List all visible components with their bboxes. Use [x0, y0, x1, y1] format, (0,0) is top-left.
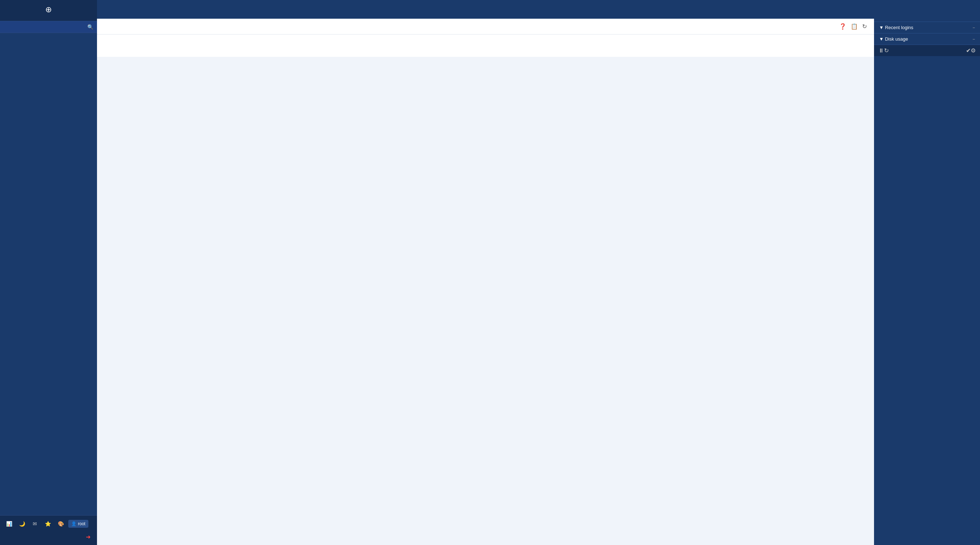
bottom-icon-graph[interactable]: 📊 — [3, 518, 14, 529]
info-table — [97, 45, 874, 57]
disk-usage-header[interactable]: ▼ Disk usage − — [874, 33, 980, 45]
user-icon: 👤 — [71, 521, 76, 526]
recent-logins-header[interactable]: ▼ Recent logins − — [874, 22, 980, 33]
gauges-row — [97, 35, 874, 45]
panel-header-icons: ❓ 📋 ↻ — [839, 23, 867, 30]
bottom-icon-star[interactable]: ⭐ — [42, 518, 53, 529]
username-label: root — [78, 521, 86, 526]
copy-icon[interactable]: 📋 — [851, 23, 858, 30]
refresh-icon[interactable]: ↻ — [862, 23, 867, 30]
recent-logins-toggle[interactable]: − — [972, 25, 975, 30]
bottom-check-icon[interactable]: ✔ — [966, 47, 970, 54]
right-bottom-bar: ⏸ ↻ ✔ ⚙ — [874, 45, 980, 56]
disk-usage-title: ▼ Disk usage — [879, 36, 908, 42]
logout-button[interactable]: ➜ — [83, 531, 94, 542]
bottom-icon-email[interactable]: ✉ — [29, 518, 40, 529]
bottom-play-icon[interactable]: ⏸ — [878, 48, 884, 54]
user-button[interactable]: 👤 root — [68, 520, 88, 528]
webmin-logo-icon: ⊕ — [45, 5, 52, 14]
bottom-icon-moon[interactable]: 🌙 — [16, 518, 27, 529]
sidebar-header: ⊕ — [0, 0, 97, 21]
search-icon: 🔍 — [87, 24, 94, 30]
disk-usage-toggle[interactable]: − — [972, 37, 975, 42]
nav-items — [0, 33, 97, 515]
status-bars — [874, 19, 980, 22]
recent-logins-title: ▼ Recent logins — [879, 25, 913, 30]
search-box[interactable]: 🔍 — [0, 21, 97, 33]
panel-header: ❓ 📋 ↻ — [97, 19, 874, 35]
help-icon[interactable]: ❓ — [839, 23, 846, 30]
sidebar: ⊕ 🔍 📊 🌙 ✉ ⭐ 🎨 👤 root ➜ — [0, 0, 97, 545]
main-panel: ❓ 📋 ↻ — [97, 19, 874, 545]
sidebar-bottom-icons: 📊 🌙 ✉ ⭐ 🎨 👤 root ➜ — [0, 515, 97, 545]
main: ❓ 📋 ↻ ▼ Recent logins − — [97, 0, 980, 545]
bottom-settings-icon[interactable]: ⚙ — [970, 47, 976, 54]
bottom-refresh-icon[interactable]: ↻ — [884, 47, 889, 54]
content: ❓ 📋 ↻ ▼ Recent logins − — [97, 19, 980, 545]
topbar — [97, 0, 980, 19]
bottom-icon-palette[interactable]: 🎨 — [55, 518, 66, 529]
right-panel: ▼ Recent logins − ▼ Disk usage − ⏸ ↻ ✔ ⚙ — [874, 19, 980, 545]
search-input[interactable] — [3, 24, 84, 30]
